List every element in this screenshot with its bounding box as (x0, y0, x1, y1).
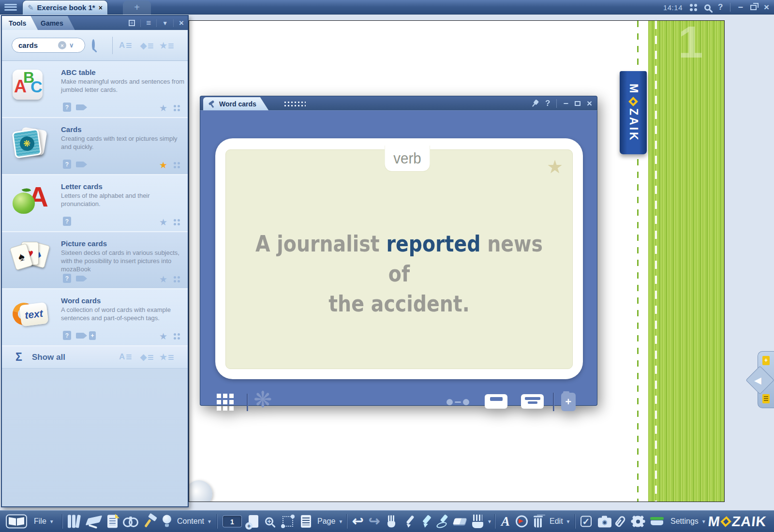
tool-item-cards[interactable]: ❋ Cards Creating cards with text or pict… (2, 118, 188, 175)
file-menu[interactable]: File▼ (34, 517, 54, 526)
tool-item-abc-table[interactable]: ABC ABC table Make meaningful words and … (2, 61, 188, 118)
binoculars-search-icon[interactable] (123, 517, 138, 526)
edit-menu[interactable]: Edit▼ (550, 517, 570, 526)
tool-video-icon[interactable] (76, 333, 84, 339)
tool-help-icon[interactable]: ? (63, 160, 71, 169)
tool-video-icon[interactable] (76, 162, 84, 167)
camera-snapshot-icon[interactable] (598, 516, 611, 528)
page-curl[interactable] (189, 480, 212, 502)
sort-favorites-icon[interactable]: ★ (160, 352, 174, 362)
panel-list-view-icon[interactable]: ≡ (146, 18, 151, 28)
record-icon[interactable] (516, 516, 528, 528)
sort-category-icon[interactable]: ◆ (140, 41, 153, 51)
card-grid-view-icon[interactable] (217, 394, 234, 411)
page-list-icon[interactable] (301, 515, 311, 528)
sort-alphabetical-icon[interactable]: A (119, 41, 132, 50)
gear-settings-icon[interactable] (632, 516, 644, 528)
tool-item-letter-cards[interactable]: A Letter cards Letters of the alphabet a… (2, 175, 188, 232)
tray-export-icon[interactable] (650, 517, 664, 526)
redo-icon[interactable]: ↪ (369, 515, 380, 528)
help-icon[interactable]: ? (718, 2, 723, 12)
close-app-button[interactable]: × (764, 2, 769, 13)
tool-grid-icon[interactable] (174, 219, 180, 225)
settings-menu[interactable]: Settings▼ (670, 517, 706, 526)
tool-grid-icon[interactable] (174, 162, 180, 168)
shuffle-pair-icon[interactable] (447, 399, 469, 405)
apps-grid-icon[interactable] (690, 4, 697, 11)
page-menu[interactable]: Page▼ (317, 517, 343, 526)
document-icon[interactable] (107, 515, 118, 528)
exercise-book-tab[interactable]: ✎ Exercise book 1* × (22, 0, 108, 15)
panel-detach-icon[interactable] (129, 20, 135, 26)
card-favorite-star-icon[interactable]: ★ (547, 156, 563, 177)
tool-add-card-icon[interactable]: + (89, 331, 96, 340)
clear-search-icon[interactable]: × (58, 41, 66, 49)
pen-holder-icon[interactable]: ▼ (471, 515, 492, 528)
search-button[interactable] (92, 41, 95, 49)
tab-close-icon[interactable]: × (99, 4, 103, 12)
favorite-star-icon[interactable]: ★ (159, 218, 167, 227)
add-card-button[interactable]: + (561, 393, 576, 411)
tool-help-icon[interactable]: ? (63, 274, 71, 283)
content-menu[interactable]: Content▼ (177, 517, 212, 526)
tool-help-icon[interactable]: ? (63, 331, 71, 340)
tool-grid-icon[interactable] (174, 276, 180, 282)
global-search-icon[interactable] (704, 4, 711, 11)
select-region-icon[interactable] (283, 516, 293, 527)
tool-item-word-cards[interactable]: text Word cards A collection of word car… (2, 289, 188, 346)
lightbulb-ideas-icon[interactable] (163, 515, 171, 528)
page-list-icon[interactable] (762, 394, 770, 403)
panel-close-icon[interactable]: × (179, 18, 184, 28)
dialog-help-icon[interactable]: ? (545, 99, 550, 108)
pin-icon[interactable] (530, 98, 541, 109)
side-panel-handle[interactable]: + ◀ (758, 351, 774, 408)
trash-icon[interactable] (534, 516, 543, 528)
undo-icon[interactable]: ↩ (352, 515, 363, 528)
search-history-chevron-icon[interactable]: ∨ (69, 42, 74, 49)
favorite-star-icon[interactable]: ★ (159, 275, 167, 284)
dialog-minimize-button[interactable]: − (563, 99, 568, 109)
paperclip-attachment-icon[interactable] (617, 516, 624, 527)
hamburger-menu-icon[interactable] (4, 2, 17, 12)
show-all-row[interactable]: Σ Show all A ◆ ★ (2, 346, 188, 369)
search-input[interactable] (18, 41, 55, 49)
check-task-icon[interactable]: ✓ (580, 516, 592, 527)
mozaik-ribbon-bookmark[interactable]: M ZAIK (620, 71, 647, 154)
hand-tool-icon[interactable] (386, 516, 397, 528)
zoom-icon[interactable]: + (265, 517, 273, 526)
tool-grid-icon[interactable] (174, 105, 180, 111)
sort-favorites-icon[interactable]: ★ (160, 41, 174, 51)
tool-help-icon[interactable]: ? (63, 217, 71, 226)
dialog-close-button[interactable]: × (587, 98, 592, 109)
card-back-ornament-icon[interactable]: ❋ (253, 388, 272, 411)
favorite-star-icon-active[interactable]: ★ (159, 161, 167, 170)
search-box[interactable]: × ∨ (12, 38, 85, 53)
tool-video-icon[interactable] (76, 276, 84, 281)
highlighter-tool-icon[interactable] (420, 515, 432, 528)
minimize-button[interactable]: − (738, 2, 743, 13)
eraser-tool-icon[interactable] (454, 518, 466, 525)
restore-window-button[interactable] (750, 5, 757, 10)
bookshelf-icon[interactable] (68, 515, 81, 528)
favorite-star-icon[interactable]: ★ (159, 332, 167, 341)
dialog-title-bar[interactable]: Word cards ? − × (200, 96, 597, 110)
tools-hammer-icon[interactable] (143, 515, 158, 528)
favorite-star-icon[interactable]: ★ (159, 103, 167, 113)
tool-grid-icon[interactable] (174, 333, 180, 340)
double-sided-card-button[interactable] (521, 394, 544, 409)
single-sided-card-button[interactable] (485, 394, 507, 409)
add-page-icon[interactable]: + (762, 356, 770, 365)
add-page-icon[interactable] (249, 515, 258, 528)
page-number-input[interactable]: 1 (223, 516, 242, 528)
tool-help-icon[interactable]: ? (63, 103, 71, 112)
notebook-icon[interactable] (6, 515, 27, 529)
sort-alphabetical-icon[interactable]: A (119, 352, 132, 362)
sort-category-icon[interactable]: ◆ (140, 352, 153, 362)
dialog-title-tab[interactable]: Word cards (203, 97, 269, 111)
drag-handle-icon[interactable] (283, 101, 306, 107)
marker-circle-tool-icon[interactable] (436, 515, 450, 528)
new-tab-button[interactable]: + (123, 0, 151, 15)
panel-collapse-icon[interactable]: ▼ (162, 20, 168, 27)
education-cap-icon[interactable] (86, 515, 103, 528)
tool-item-picture-cards[interactable]: ♦ ♥ ♠ Picture cards Sixteen decks of car… (2, 232, 188, 289)
